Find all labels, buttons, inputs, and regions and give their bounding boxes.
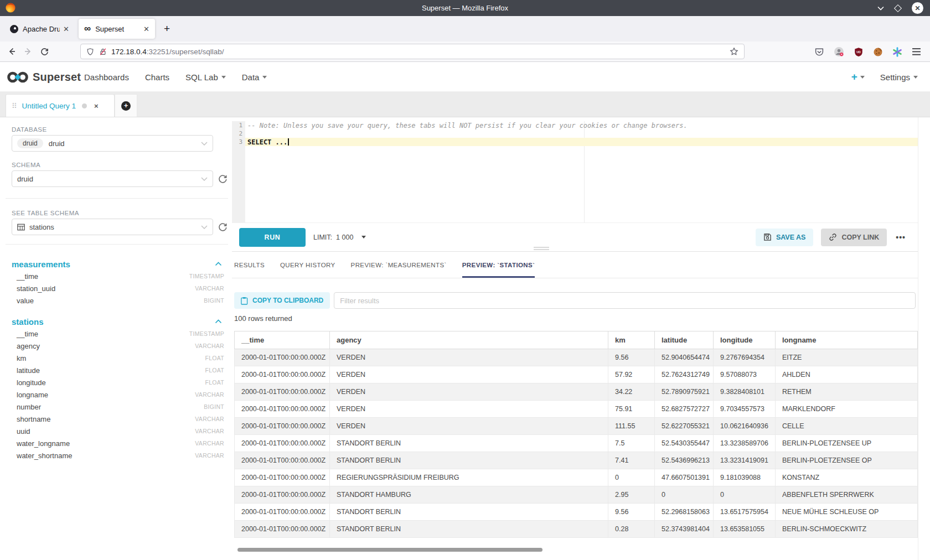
- chevron-up-icon[interactable]: [215, 319, 222, 324]
- table-cell: 0: [655, 486, 714, 504]
- run-button[interactable]: RUN: [239, 228, 306, 247]
- schema-column-row: water_longnameVARCHAR: [6, 437, 228, 449]
- settings-menu[interactable]: Settings: [880, 72, 918, 82]
- insecure-padlock-icon[interactable]: [99, 48, 107, 56]
- schema-table-name[interactable]: stations: [12, 317, 44, 326]
- close-tab-icon[interactable]: ✕: [60, 25, 69, 33]
- copy-link-button[interactable]: COPY LINK: [821, 229, 887, 246]
- back-icon[interactable]: [7, 47, 16, 56]
- sql-code-line: SELECT ...: [245, 138, 287, 146]
- schema-section-header[interactable]: stations: [12, 315, 222, 328]
- column-header-agency[interactable]: agency: [330, 331, 608, 349]
- pocket-icon[interactable]: [814, 47, 824, 56]
- column-header-longname[interactable]: longname: [776, 331, 918, 349]
- table-cell: CELLE: [776, 418, 918, 435]
- column-header-latitude[interactable]: latitude: [655, 331, 714, 349]
- results-tab-preview-stations[interactable]: PREVIEW: `STATIONS`: [462, 252, 535, 278]
- filter-results-input[interactable]: [334, 292, 916, 309]
- sql-editor[interactable]: 1 -- Note: Unless you save your query, t…: [232, 121, 918, 222]
- url-path: :32251/superset/sqllab/: [147, 48, 224, 56]
- column-header-longitude[interactable]: longitude: [714, 331, 776, 349]
- bookmark-star-icon[interactable]: [730, 47, 738, 56]
- pane-splitter-handle[interactable]: [534, 247, 549, 251]
- close-tab-icon[interactable]: ✕: [140, 25, 149, 33]
- table-cell: 2000-01-01T00:00:00.000Z: [235, 504, 330, 521]
- nav-data[interactable]: Data: [242, 72, 267, 82]
- save-as-button[interactable]: SAVE AS: [756, 229, 814, 246]
- more-actions-button[interactable]: •••: [896, 233, 906, 242]
- shield-icon[interactable]: [86, 48, 94, 56]
- column-name: station_uuid: [17, 284, 55, 293]
- database-select[interactable]: druid druid: [12, 135, 213, 152]
- browser-tab-superset[interactable]: ∞ Superset ✕: [79, 19, 155, 39]
- table-value: stations: [29, 223, 54, 231]
- schema-column-row: uuidVARCHAR: [6, 425, 228, 437]
- account-extension-icon[interactable]: [834, 46, 844, 57]
- refresh-tables-icon[interactable]: [218, 222, 228, 232]
- column-name: km: [17, 354, 26, 362]
- schema-column-row: agencyVARCHAR: [6, 340, 228, 352]
- table-cell: 9.56: [608, 349, 655, 366]
- forward-icon[interactable]: [24, 47, 33, 56]
- chevron-up-icon[interactable]: [215, 262, 222, 266]
- limit-value: 1 000: [336, 234, 353, 241]
- horizontal-scrollbar[interactable]: [237, 548, 542, 552]
- query-tab-untitled[interactable]: ⠿ Untitled Query 1 ×: [6, 94, 115, 117]
- browser-tab-apache-druid[interactable]: Apache Druid ✕: [4, 19, 75, 39]
- table-cell: 34.22: [608, 383, 655, 401]
- schema-table-name[interactable]: measurements: [12, 260, 70, 269]
- nav-charts[interactable]: Charts: [145, 72, 169, 82]
- new-tab-button[interactable]: +: [161, 23, 173, 35]
- superset-logo[interactable]: Superset: [7, 62, 81, 92]
- schema-column-row: latitudeFLOAT: [6, 364, 228, 376]
- unsaved-dot-icon: [82, 103, 87, 108]
- table-cell: 57.92: [608, 366, 655, 383]
- window-close-icon[interactable]: ✕: [912, 2, 923, 14]
- table-cell: 9.2767694354: [714, 349, 776, 366]
- table-cell: 52.7890975921: [655, 383, 714, 401]
- table-row: 2000-01-01T00:00:00.000ZVERDEN34.2252.78…: [235, 383, 918, 401]
- brand-name: Superset: [33, 71, 81, 84]
- add-new-button[interactable]: +: [851, 71, 865, 83]
- add-query-tab-button[interactable]: +: [115, 94, 137, 117]
- cookie-icon[interactable]: [873, 47, 883, 57]
- table-cell: 52.6827572727: [655, 401, 714, 418]
- results-toolbar: COPY TO CLIPBOARD: [234, 292, 916, 309]
- results-tab-results[interactable]: RESULTS: [234, 252, 265, 278]
- window-maximize-icon[interactable]: [894, 4, 902, 12]
- close-query-tab-icon[interactable]: ×: [94, 102, 99, 110]
- table-cell: 2000-01-01T00:00:00.000Z: [235, 486, 330, 504]
- column-header-km[interactable]: km: [608, 331, 655, 349]
- results-table: __timeagencykmlatitudelongitudelongname …: [234, 331, 918, 538]
- hamburger-menu-icon[interactable]: [912, 48, 921, 56]
- table-cell: STANDORT HAMBURG: [330, 486, 608, 504]
- table-row: 2000-01-01T00:00:00.000ZSTANDORT BERLIN7…: [235, 435, 918, 452]
- schema-select[interactable]: druid: [12, 170, 213, 187]
- schema-column-row: kmFLOAT: [6, 352, 228, 364]
- table-cell: 52.3743981404: [655, 521, 714, 538]
- copy-to-clipboard-button[interactable]: COPY TO CLIPBOARD: [234, 292, 330, 309]
- results-tab-query-history[interactable]: QUERY HISTORY: [280, 252, 335, 278]
- divider: [6, 198, 228, 199]
- url-bar[interactable]: 172.18.0.4:32251/superset/sqllab/: [80, 44, 745, 59]
- table-select[interactable]: stations: [12, 219, 213, 235]
- column-type: TIMESTAMP: [189, 273, 224, 279]
- schema-section-header[interactable]: measurements: [12, 258, 222, 270]
- table-cell: 9.56: [608, 504, 655, 521]
- sqllab-left-panel: DATABASE druid druid SCHEMA druid SEE TA…: [6, 117, 228, 560]
- chevron-down-icon: [201, 225, 208, 229]
- drag-handle-icon[interactable]: ⠿: [12, 102, 17, 110]
- limit-dropdown[interactable]: LIMIT: 1 000: [313, 234, 366, 241]
- refresh-schema-icon[interactable]: [218, 174, 228, 184]
- results-tab-preview-measurements[interactable]: PREVIEW: `MEASUREMENTS`: [351, 252, 447, 278]
- app-window: Superset — Mozilla Firefox ✕ Apache Drui…: [0, 0, 930, 560]
- window-minimize-icon[interactable]: [877, 6, 884, 11]
- reload-icon[interactable]: [40, 48, 49, 56]
- nav-dashboards[interactable]: Dashboards: [84, 72, 129, 82]
- nav-sql-lab[interactable]: SQL Lab: [185, 72, 226, 82]
- schema-column-row: __timeTIMESTAMP: [6, 328, 228, 340]
- ublock-icon[interactable]: UO: [854, 47, 864, 57]
- extension-asterisk-icon[interactable]: [892, 47, 902, 57]
- schema-column-row: shortnameVARCHAR: [6, 413, 228, 425]
- column-header-__time[interactable]: __time: [235, 331, 330, 349]
